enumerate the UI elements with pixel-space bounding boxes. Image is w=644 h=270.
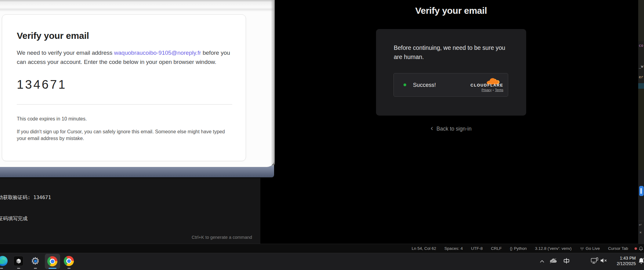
cube-app-icon[interactable] [13,256,24,266]
cloudflare-turnstile-widget[interactable]: Success! CLOUDFLARE Privacy • Terms [393,73,508,97]
close-icon[interactable]: × [639,230,642,235]
email-body-text: We need to verify your email address waq… [17,48,237,67]
code-expiry-note: This code expires in 10 minutes. [17,116,231,122]
clock-date: 2/12/2025 [617,261,636,266]
broadcast-icon [580,246,584,251]
go-live-button[interactable]: Go Live [580,246,600,251]
running-indicator [67,268,71,269]
send-button-fragment[interactable] [639,186,644,196]
language-mode-indicator[interactable]: {} Python [510,246,527,251]
human-check-text: Before continuing, we need to be sure yo… [394,43,511,61]
encoding-indicator[interactable]: UTF-8 [471,246,483,251]
page-title: Verify your email [376,6,526,16]
taskbar [0,253,644,270]
ime-zhong-icon[interactable] [563,257,570,265]
editor-panel-sliver: co _w er ↵ × [638,0,644,244]
verify-human-page: Verify your email Before continuing, we … [275,0,638,244]
terminal-line: 证码填写完成 [0,215,64,222]
notification-bell-dnd-icon[interactable]: z [638,257,644,266]
bell-icon [639,246,643,251]
cube-glyph-icon [16,258,22,264]
terminal-line: 功获取验证码: 134671 [0,194,64,201]
turnstile-status: Success! [413,82,436,88]
status-bar: Ln 54, Col 62 Spaces: 4 UTF-8 CRLF {} Py… [0,244,644,253]
success-dot-icon [403,83,406,86]
tray-chevron-up-icon[interactable] [540,259,545,264]
cloudflare-wordmark: CLOUDFLARE [470,83,503,87]
display-network-icon[interactable] [591,257,599,266]
sliver-divider [638,221,644,221]
human-check-card: Before continuing, we need to be sure yo… [376,29,526,116]
email-body-prefix: We need to verify your email address [17,50,114,56]
sliver-segment [638,0,644,41]
terms-link[interactable]: Terms [495,88,503,92]
highlighted-line-fragment [638,83,644,89]
email-address-link[interactable]: waquobraucoibo-9105@noreply.fr [114,50,201,56]
turnstile-links: Privacy • Terms [482,88,503,92]
clock-time: 1:43 PM [617,255,636,261]
divider [17,104,232,105]
ignore-email-note: If you didn't sign up for Cursor, you ca… [17,128,230,142]
running-indicator [0,268,3,269]
python-interpreter-indicator[interactable]: 3.12.8 ('venv': venv) [535,246,572,251]
privacy-link[interactable]: Privacy [482,88,492,92]
gear-center-dot [34,260,37,263]
go-live-label: Go Live [586,246,600,251]
code-fragment: er [639,75,643,79]
chrome-active-app[interactable] [45,254,60,269]
chrome-icon [64,256,74,266]
notifications-group[interactable] [635,244,643,253]
cloudflare-brand: CLOUDFLARE Privacy • Terms [470,78,503,92]
notification-dot-icon [635,247,637,250]
back-to-signin-link[interactable]: ‹ Back to sign-in [376,124,526,133]
cursor-position-indicator[interactable]: Ln 54, Col 62 [412,246,436,251]
enter-key-icon: ↵ [639,223,642,227]
window-bottom-edge [0,165,274,177]
back-link-label: Back to sign-in [436,126,472,132]
volume-muted-icon[interactable] [600,258,607,264]
verification-code: 134671 [17,78,231,91]
code-fragment: _w [639,64,643,68]
running-indicator [17,268,20,269]
taskbar-clock[interactable]: 1:43 PM 2/12/2025 [617,255,636,266]
active-running-indicator [49,268,56,269]
chrome-icon-second[interactable] [64,256,74,266]
running-indicator [34,268,37,269]
cursor-tab-indicator[interactable]: Cursor Tab [608,246,628,251]
desktop: Verify your email We need to verify your… [0,0,644,270]
chevron-left-icon: ‹ [431,124,433,132]
code-fragment: co [639,43,643,48]
terminal-line [0,236,64,243]
eol-indicator[interactable]: CRLF [491,246,501,251]
terminal-panel[interactable]: 功获取验证码: 134671 证码填写完成 在处理 Turnstile 验证..… [0,178,260,244]
svg-text:z: z [643,257,644,260]
settings-gear-icon[interactable]: ⚙ [30,256,40,266]
sliver-segment [638,89,644,170]
indentation-indicator[interactable]: Spaces: 4 [444,246,463,251]
ctrl-k-hint: Ctrl+K to generate a command [192,235,252,240]
onedrive-offline-icon[interactable] [549,258,557,265]
link-separator: • [493,89,494,92]
language-label: Python [514,246,527,251]
chrome-icon [47,256,57,266]
window-top-shade [0,0,275,12]
verification-email-card: Verify your email We need to verify your… [2,14,246,161]
email-title: Verify your email [17,31,231,41]
braces-icon: {} [510,246,512,251]
